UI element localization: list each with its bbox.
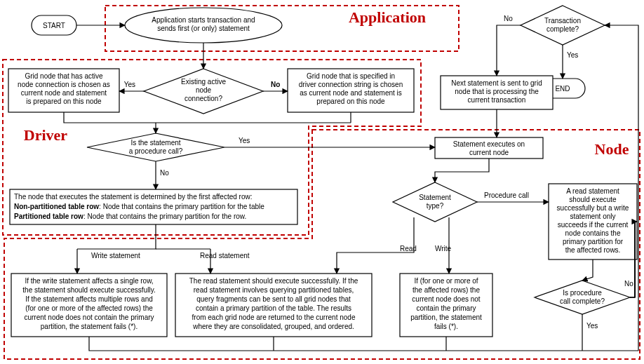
statement-type-decision: Statement type? <box>393 182 477 222</box>
svg-text:node connection is chosen as: node connection is chosen as <box>18 81 110 88</box>
svg-text:contain the primary: contain the primary <box>416 304 476 312</box>
svg-text:Grid node that has active: Grid node that has active <box>25 72 103 80</box>
svg-text:A read statement: A read statement <box>566 187 619 195</box>
svg-text:from each grid node are return: from each grid node are returned to the … <box>192 314 356 321</box>
svg-text:read statement involves queryi: read statement involves querying partiti… <box>194 286 354 294</box>
svg-text:complete?: complete? <box>546 25 579 33</box>
svg-text:Statement: Statement <box>419 194 451 201</box>
svg-text:The node that executes the sta: The node that executes the statement is … <box>14 193 252 201</box>
svg-text:sends first (or only) statemen: sends first (or only) statement <box>157 25 250 32</box>
svg-text:where they are consolidated, g: where they are consolidated, grouped, an… <box>192 323 354 330</box>
procedure-rw-note-process: A read statement should execute successf… <box>549 184 637 259</box>
svg-text:Non-partitioned table row: Nod: Non-partitioned table row: Node that con… <box>14 203 264 210</box>
label-txcomplete-no: No <box>504 15 513 22</box>
svg-text:as current node and statement : as current node and statement is <box>300 89 402 97</box>
edge-txcomplete-no <box>497 25 521 76</box>
svg-text:current node does not: current node does not <box>412 295 481 303</box>
region-driver-label: Driver <box>24 126 68 144</box>
edge-exec-to-stmttype <box>435 159 489 182</box>
exec-current-node-process: Statement executes on current node <box>435 137 543 159</box>
svg-text:current transaction: current transaction <box>468 96 526 104</box>
svg-text:contain a primary partition of: contain a primary partition of the table… <box>196 304 351 312</box>
label-activeconn-yes: Yes <box>124 81 135 88</box>
transaction-complete-decision: Transaction complete? <box>521 6 605 45</box>
is-procedure-decision: Is the statement a procedure call? <box>87 133 224 161</box>
label-first-row-write: Write statement <box>91 252 140 259</box>
svg-text:type?: type? <box>427 202 444 210</box>
svg-text:should execute: should execute <box>569 196 617 203</box>
svg-text:primary partition for: primary partition for <box>563 238 624 245</box>
edge-gridactive-join <box>64 112 351 123</box>
svg-text:driver connection string is ch: driver connection string is chosen <box>299 81 403 88</box>
label-stmttype-proccall: Procedure call <box>484 191 529 199</box>
edge-procbox-to-proccomplete <box>582 259 593 281</box>
svg-text:Application starts transaction: Application starts transaction and <box>152 16 255 24</box>
next-statement-process: Next statement is sent to grid node that… <box>441 76 553 109</box>
svg-text:current node does not contain : current node does not contain the primar… <box>24 314 154 321</box>
svg-text:the affected rows) the: the affected rows) the <box>412 286 480 294</box>
svg-text:partition, the statement fails: partition, the statement fails (*). <box>41 323 137 330</box>
write-fail-outcome-process: If (for one or more of the affected rows… <box>400 274 492 337</box>
first-row-determination-process: The node that executes the statement is … <box>10 189 297 224</box>
svg-text:succeeds if the current: succeeds if the current <box>558 221 629 229</box>
label-txcomplete-yes: Yes <box>567 51 578 59</box>
label-activeconn-no: No <box>271 81 280 88</box>
svg-text:Grid node that is specified in: Grid node that is specified in <box>307 72 395 80</box>
svg-text:current node and statement: current node and statement <box>21 89 107 97</box>
svg-text:Statement executes on: Statement executes on <box>453 140 525 148</box>
svg-text:the affected rows.: the affected rows. <box>565 246 621 254</box>
svg-text:node that is processing the: node that is processing the <box>455 88 539 95</box>
svg-text:Transaction: Transaction <box>544 17 581 25</box>
svg-text:Existing active: Existing active <box>181 78 226 86</box>
svg-text:call complete?: call complete? <box>560 297 605 305</box>
active-connection-decision: Existing active node connection? <box>144 69 263 114</box>
app-start-process: Application starts transaction and sends… <box>125 8 282 43</box>
label-proccomplete-yes: Yes <box>586 322 598 330</box>
label-stmttype-write: Write <box>435 245 452 252</box>
read-outcome-process: The read statement should execute succes… <box>175 274 372 337</box>
region-node-label: Node <box>595 140 629 158</box>
svg-text:If the write statement affects: If the write statement affects a single … <box>25 277 153 285</box>
label-stmttype-read: Read <box>400 245 417 252</box>
svg-text:node: node <box>196 86 212 94</box>
edge-firstrow-split-left <box>77 224 156 249</box>
svg-text:Is procedure: Is procedure <box>563 289 602 297</box>
svg-text:connection?: connection? <box>185 95 222 102</box>
start-terminator: START <box>32 15 76 35</box>
svg-text:Partitioned table row: Node th: Partitioned table row: Node that contain… <box>14 213 246 220</box>
svg-text:node contains the: node contains the <box>565 229 621 237</box>
procedure-complete-decision: Is procedure call complete? <box>535 281 630 314</box>
svg-text:query fragments can be sent to: query fragments can be sent to all grid … <box>196 295 351 303</box>
grid-node-active-process: Grid node that has active node connectio… <box>8 69 119 112</box>
svg-text:statement only: statement only <box>570 213 615 220</box>
region-application-label: Application <box>349 8 426 26</box>
svg-text:If the statement affects multi: If the statement affects multiple rows a… <box>25 295 153 303</box>
svg-text:prepared on this node: prepared on this node <box>316 97 385 105</box>
label-isproc-yes: Yes <box>239 137 250 144</box>
label-isproc-no: No <box>160 169 169 177</box>
svg-text:the statement should execute s: the statement should execute successfull… <box>22 286 155 294</box>
svg-text:END: END <box>555 85 570 93</box>
svg-text:START: START <box>43 22 65 29</box>
svg-text:is prepared on this node: is prepared on this node <box>26 97 102 105</box>
svg-text:fails (*).: fails (*). <box>434 323 458 330</box>
write-outcome-process: If the write statement affects a single … <box>11 274 167 337</box>
grid-node-connstring-process: Grid node that is specified in driver co… <box>288 69 414 112</box>
svg-text:If (for one or more of: If (for one or more of <box>414 277 478 285</box>
label-first-row-read: Read statement <box>200 252 250 259</box>
label-proccomplete-no: No <box>624 280 633 288</box>
svg-text:a procedure call?: a procedure call? <box>129 147 183 155</box>
svg-text:The read statement should exec: The read statement should execute succes… <box>189 277 358 285</box>
svg-text:(for one or more of the affect: (for one or more of the affected rows) t… <box>25 304 153 312</box>
edge-bottom-merge <box>89 337 638 351</box>
svg-text:Is the statement: Is the statement <box>130 139 180 147</box>
svg-text:Next statement is sent to grid: Next statement is sent to grid <box>451 79 542 87</box>
svg-text:current node: current node <box>469 149 509 156</box>
svg-text:partition, the statement: partition, the statement <box>410 314 482 321</box>
svg-text:successfully but a write: successfully but a write <box>557 204 629 212</box>
